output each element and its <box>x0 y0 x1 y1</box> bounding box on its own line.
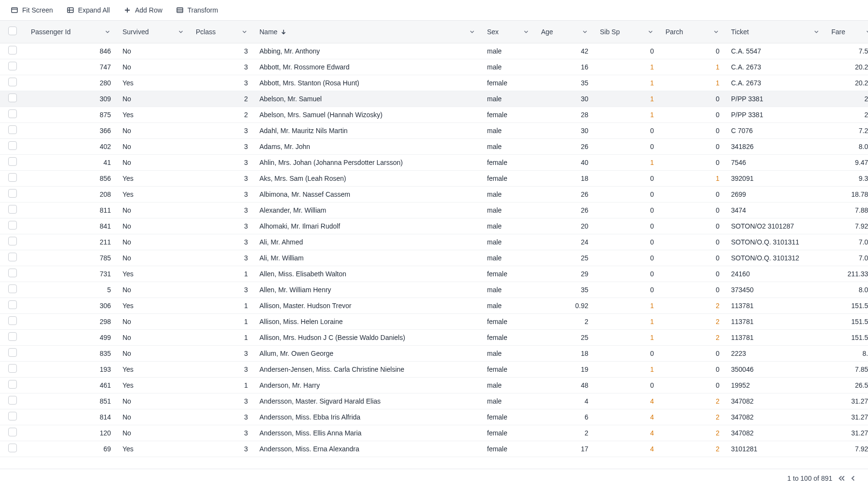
chevron-down-icon[interactable] <box>241 28 248 35</box>
cell-pclass[interactable]: 3 <box>190 282 254 298</box>
table-row[interactable]: 298No1Allison, Miss. Helen Lorainefemale… <box>0 313 868 329</box>
table-row[interactable]: 211No3Ali, Mr. Ahmedmale2400SOTON/O.Q. 3… <box>0 234 868 250</box>
row-select-cell[interactable] <box>0 345 25 361</box>
row-checkbox[interactable] <box>8 62 17 70</box>
cell-survived[interactable]: Yes <box>117 361 190 377</box>
cell-sex[interactable]: male <box>481 138 535 154</box>
cell-passenger_id[interactable]: 309 <box>25 91 117 107</box>
cell-survived[interactable]: No <box>117 345 190 361</box>
table-row[interactable]: 208Yes3Albimona, Mr. Nassef Cassemmale26… <box>0 186 868 202</box>
cell-ticket[interactable]: 19952 <box>725 377 826 393</box>
cell-passenger_id[interactable]: 835 <box>25 345 117 361</box>
table-row[interactable]: 120No3Andersson, Miss. Ellis Anna Mariaf… <box>0 425 868 441</box>
cell-ticket[interactable]: 341826 <box>725 138 826 154</box>
cell-name[interactable]: Andersen-Jensen, Miss. Carla Christine N… <box>254 361 481 377</box>
cell-pclass[interactable]: 3 <box>190 170 254 186</box>
cell-age[interactable]: 4 <box>535 393 594 409</box>
row-select-cell[interactable] <box>0 409 25 425</box>
row-select-cell[interactable] <box>0 138 25 154</box>
cell-age[interactable]: 2 <box>535 313 594 329</box>
row-select-cell[interactable] <box>0 377 25 393</box>
cell-name[interactable]: Andersson, Miss. Erna Alexandra <box>254 441 481 457</box>
row-checkbox[interactable] <box>8 109 17 118</box>
cell-ticket[interactable]: 2699 <box>725 186 826 202</box>
cell-age[interactable]: 25 <box>535 250 594 266</box>
column-header-name[interactable]: Name <box>254 21 481 43</box>
cell-pclass[interactable]: 3 <box>190 59 254 75</box>
cell-parch[interactable]: 2 <box>660 409 725 425</box>
cell-fare[interactable]: 24 <box>826 91 868 107</box>
cell-parch[interactable]: 0 <box>660 345 725 361</box>
cell-age[interactable]: 25 <box>535 329 594 345</box>
cell-sex[interactable]: female <box>481 266 535 282</box>
cell-name[interactable]: Alexander, Mr. William <box>254 202 481 218</box>
cell-pclass[interactable]: 3 <box>190 202 254 218</box>
cell-survived[interactable]: Yes <box>117 441 190 457</box>
row-checkbox[interactable] <box>8 300 17 309</box>
cell-survived[interactable]: No <box>117 59 190 75</box>
cell-fare[interactable]: 7.05 <box>826 234 868 250</box>
cell-fare[interactable]: 211.338 <box>826 266 868 282</box>
cell-sibsp[interactable]: 0 <box>594 250 660 266</box>
cell-passenger_id[interactable]: 499 <box>25 329 117 345</box>
cell-age[interactable]: 42 <box>535 43 594 59</box>
table-row[interactable]: 41No3Ahlin, Mrs. Johan (Johanna Persdott… <box>0 154 868 170</box>
chevron-down-icon[interactable] <box>813 28 820 35</box>
cell-fare[interactable]: 7.55 <box>826 43 868 59</box>
cell-ticket[interactable]: P/PP 3381 <box>725 91 826 107</box>
cell-sibsp[interactable]: 1 <box>594 91 660 107</box>
cell-survived[interactable]: No <box>117 329 190 345</box>
row-checkbox[interactable] <box>8 157 17 166</box>
chevron-down-icon[interactable] <box>177 28 184 35</box>
cell-parch[interactable]: 2 <box>660 393 725 409</box>
table-row[interactable]: 461Yes1Anderson, Mr. Harrymale4800199522… <box>0 377 868 393</box>
column-header-pclass[interactable]: Pclass <box>190 21 254 43</box>
cell-name[interactable]: Ali, Mr. Ahmed <box>254 234 481 250</box>
cell-survived[interactable]: No <box>117 43 190 59</box>
cell-name[interactable]: Abelson, Mrs. Samuel (Hannah Wizosky) <box>254 107 481 122</box>
cell-sibsp[interactable]: 0 <box>594 186 660 202</box>
cell-sex[interactable]: female <box>481 361 535 377</box>
column-header-fare[interactable]: Fare <box>826 21 868 43</box>
cell-survived[interactable]: Yes <box>117 298 190 313</box>
row-select-cell[interactable] <box>0 266 25 282</box>
cell-pclass[interactable]: 1 <box>190 313 254 329</box>
cell-sibsp[interactable]: 1 <box>594 75 660 91</box>
cell-sex[interactable]: male <box>481 122 535 138</box>
cell-ticket[interactable]: 347082 <box>725 409 826 425</box>
cell-ticket[interactable]: 113781 <box>725 329 826 345</box>
cell-parch[interactable]: 0 <box>660 186 725 202</box>
row-select-cell[interactable] <box>0 170 25 186</box>
cell-sex[interactable]: male <box>481 393 535 409</box>
cell-passenger_id[interactable]: 193 <box>25 361 117 377</box>
cell-name[interactable]: Allison, Mrs. Hudson J C (Bessie Waldo D… <box>254 329 481 345</box>
cell-fare[interactable]: 20.25 <box>826 59 868 75</box>
select-all-checkbox[interactable] <box>8 27 17 35</box>
cell-parch[interactable]: 0 <box>660 361 725 377</box>
cell-pclass[interactable]: 3 <box>190 393 254 409</box>
cell-parch[interactable]: 0 <box>660 43 725 59</box>
cell-parch[interactable]: 2 <box>660 313 725 329</box>
cell-name[interactable]: Allen, Mr. William Henry <box>254 282 481 298</box>
cell-sex[interactable]: male <box>481 298 535 313</box>
cell-sibsp[interactable]: 4 <box>594 425 660 441</box>
cell-parch[interactable]: 0 <box>660 91 725 107</box>
cell-fare[interactable]: 8.05 <box>826 138 868 154</box>
table-row[interactable]: 846No3Abbing, Mr. Anthonymale4200C.A. 55… <box>0 43 868 59</box>
cell-age[interactable]: 2 <box>535 425 594 441</box>
table-row[interactable]: 851No3Andersson, Master. Sigvard Harald … <box>0 393 868 409</box>
chevron-down-icon[interactable] <box>469 28 475 35</box>
cell-passenger_id[interactable]: 814 <box>25 409 117 425</box>
cell-sibsp[interactable]: 0 <box>594 377 660 393</box>
cell-name[interactable]: Ali, Mr. William <box>254 250 481 266</box>
chevron-down-icon[interactable] <box>104 28 111 35</box>
row-checkbox[interactable] <box>8 428 17 436</box>
cell-pclass[interactable]: 3 <box>190 218 254 234</box>
chevron-down-icon[interactable] <box>713 28 719 35</box>
cell-ticket[interactable]: 3474 <box>725 202 826 218</box>
cell-name[interactable]: Abelson, Mr. Samuel <box>254 91 481 107</box>
cell-pclass[interactable]: 3 <box>190 186 254 202</box>
row-select-cell[interactable] <box>0 361 25 377</box>
cell-passenger_id[interactable]: 875 <box>25 107 117 122</box>
cell-sibsp[interactable]: 0 <box>594 138 660 154</box>
